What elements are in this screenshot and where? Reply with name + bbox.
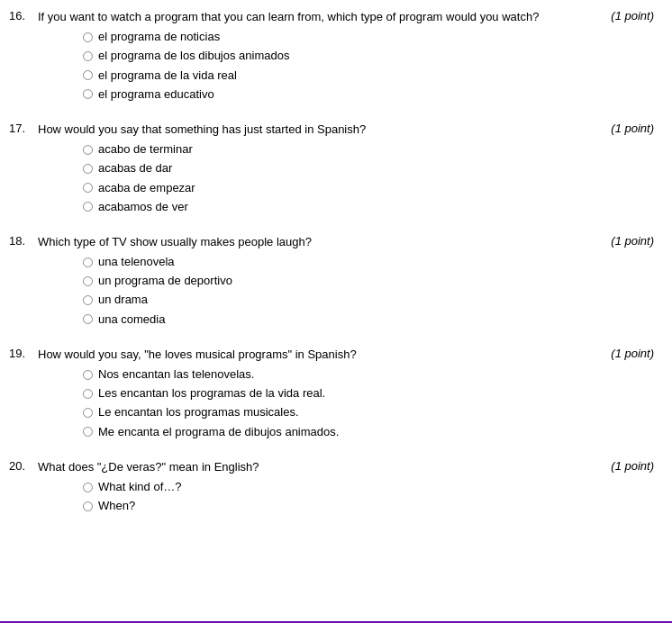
option-text-18-2: un drama [98,292,148,308]
question-body-19: How would you say, "he loves musical pro… [38,347,654,443]
option-text-19-3: Me encanta el programa de dibujos animad… [98,424,339,440]
radio-icon-20-1[interactable] [83,501,93,511]
options-18: una telenovelaun programa de deportivoun… [83,254,654,328]
option-text-17-2: acaba de empezar [98,180,195,196]
question-number-20: 20. [9,459,38,473]
radio-icon-17-0[interactable] [83,145,93,155]
option-text-20-1: When? [98,498,135,514]
option-text-16-2: el programa de la vida real [98,68,237,84]
question-row-19: 19.How would you say, "he loves musical … [9,347,654,443]
question-title-row-17: How would you say that something has jus… [38,122,654,138]
radio-icon-17-2[interactable] [83,183,93,193]
question-title-row-19: How would you say, "he loves musical pro… [38,347,654,363]
question-body-18: Which type of TV show usually makes peop… [38,234,654,330]
option-row-16-2[interactable]: el programa de la vida real [83,68,654,84]
question-number-17: 17. [9,122,38,135]
question-text-18: Which type of TV show usually makes peop… [38,234,591,250]
question-text-16: If you want to watch a program that you … [38,9,591,25]
option-row-18-3[interactable]: una comedia [83,312,654,328]
radio-icon-20-0[interactable] [83,483,93,492]
radio-icon-19-2[interactable] [83,408,93,418]
question-point-20: (1 point) [600,459,654,473]
option-text-17-1: acabas de dar [98,160,172,176]
option-text-16-1: el programa de los dibujos animados [98,48,289,64]
question-block-20: 20.What does "¿De veras?" mean in Englis… [9,459,654,518]
options-20: What kind of…?When? [83,479,654,514]
option-row-20-0[interactable]: What kind of…? [83,479,654,495]
question-body-20: What does "¿De veras?" mean in English?(… [38,459,654,518]
question-body-17: How would you say that something has jus… [38,122,654,218]
option-text-20-0: What kind of…? [98,479,182,495]
question-body-16: If you want to watch a program that you … [38,9,654,105]
radio-icon-16-0[interactable] [83,32,93,42]
option-text-19-0: Nos encantan las telenovelas. [98,366,254,383]
option-text-16-0: el programa de noticias [98,29,220,45]
radio-icon-17-1[interactable] [83,164,93,174]
option-text-18-0: una telenovela [98,254,175,270]
option-row-17-0[interactable]: acabo de terminar [83,141,654,158]
option-text-19-2: Le encantan los programas musicales. [98,404,299,420]
question-text-20: What does "¿De veras?" mean in English? [38,459,591,475]
option-row-16-1[interactable]: el programa de los dibujos animados [83,48,654,64]
question-point-17: (1 point) [600,122,654,135]
question-title-row-18: Which type of TV show usually makes peop… [38,234,654,250]
radio-icon-19-3[interactable] [83,427,93,437]
option-row-17-2[interactable]: acaba de empezar [83,180,654,196]
question-point-18: (1 point) [600,234,654,248]
radio-icon-18-3[interactable] [83,314,93,324]
question-title-row-20: What does "¿De veras?" mean in English?(… [38,459,654,475]
radio-icon-16-2[interactable] [83,70,93,80]
option-row-16-0[interactable]: el programa de noticias [83,29,654,45]
option-row-19-3[interactable]: Me encanta el programa de dibujos animad… [83,424,654,440]
option-row-19-2[interactable]: Le encantan los programas musicales. [83,404,654,420]
option-row-17-3[interactable]: acabamos de ver [83,199,654,215]
question-title-row-16: If you want to watch a program that you … [38,9,654,25]
question-block-16: 16.If you want to watch a program that y… [9,9,654,105]
radio-icon-18-0[interactable] [83,257,93,267]
option-text-17-0: acabo de terminar [98,141,193,158]
question-number-16: 16. [9,9,38,23]
option-text-19-1: Les encantan los programas de la vida re… [98,385,325,402]
option-text-18-1: un programa de deportivo [98,273,232,289]
question-row-18: 18.Which type of TV show usually makes p… [9,234,654,330]
option-row-19-1[interactable]: Les encantan los programas de la vida re… [83,385,654,402]
options-17: acabo de terminaracabas de daracaba de e… [83,141,654,215]
radio-icon-18-2[interactable] [83,295,93,305]
question-row-20: 20.What does "¿De veras?" mean in Englis… [9,459,654,518]
option-row-18-1[interactable]: un programa de deportivo [83,273,654,289]
question-point-16: (1 point) [600,9,654,23]
question-number-18: 18. [9,234,38,248]
question-text-19: How would you say, "he loves musical pro… [38,347,591,363]
question-block-19: 19.How would you say, "he loves musical … [9,347,654,443]
question-text-17: How would you say that something has jus… [38,122,591,138]
question-point-19: (1 point) [600,347,654,360]
radio-icon-16-3[interactable] [83,89,93,99]
option-text-17-3: acabamos de ver [98,199,188,215]
option-text-16-3: el programa educativo [98,86,214,103]
radio-icon-18-1[interactable] [83,276,93,286]
option-text-18-3: una comedia [98,312,165,328]
question-row-17: 17.How would you say that something has … [9,122,654,218]
question-block-17: 17.How would you say that something has … [9,122,654,218]
options-16: el programa de noticiasel programa de lo… [83,29,654,103]
question-number-19: 19. [9,347,38,360]
option-row-18-0[interactable]: una telenovela [83,254,654,270]
radio-icon-16-1[interactable] [83,51,93,61]
option-row-18-2[interactable]: un drama [83,292,654,308]
option-row-17-1[interactable]: acabas de dar [83,160,654,176]
option-row-19-0[interactable]: Nos encantan las telenovelas. [83,366,654,383]
option-row-20-1[interactable]: When? [83,498,654,514]
option-row-16-3[interactable]: el programa educativo [83,86,654,103]
radio-icon-19-0[interactable] [83,370,93,380]
radio-icon-19-1[interactable] [83,389,93,399]
options-19: Nos encantan las telenovelas.Les encanta… [83,366,654,440]
question-row-16: 16.If you want to watch a program that y… [9,9,654,105]
radio-icon-17-3[interactable] [83,202,93,212]
question-block-18: 18.Which type of TV show usually makes p… [9,234,654,330]
